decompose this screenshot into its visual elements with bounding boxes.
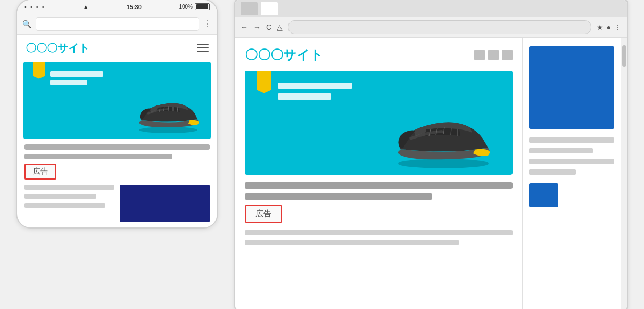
sidebar-small-blue [529, 183, 558, 207]
bookmark-tag-desktop [257, 71, 271, 93]
hamburger-menu[interactable] [197, 44, 209, 52]
battery-area: 100% [179, 3, 210, 10]
battery-percent: 100% [179, 4, 193, 10]
shoe-image-desktop [385, 87, 502, 172]
search-input[interactable] [36, 17, 199, 31]
ad-label-desktop: 広告 [245, 205, 282, 223]
sidebar-blue-block [529, 46, 614, 129]
ad-section-desktop: 広告 [245, 205, 513, 223]
toolbar-more-icon[interactable]: ⋮ [614, 23, 622, 31]
ad-section-mobile: 広告 [24, 164, 210, 180]
mini-line-3 [24, 203, 105, 208]
hamburger-line-2 [197, 47, 209, 48]
site-logo-desktop: 〇〇〇サイト [245, 46, 323, 63]
bottom-col-1 [245, 230, 513, 245]
desktop-frame: ← → C △ ★ ● ⋮ 〇〇〇サイト [234, 0, 628, 309]
svg-point-6 [398, 159, 489, 168]
scroll-thumb[interactable] [622, 45, 626, 67]
mini-line-2 [24, 194, 96, 199]
header-sq-3 [502, 50, 513, 60]
forward-button[interactable]: → [253, 23, 261, 31]
mobile-header: 〇〇〇サイト [17, 35, 217, 62]
mobile-status-bar: • • • • ▲ 15:30 100% [17, 0, 217, 14]
mobile-search-bar[interactable]: 🔍 ⋮ [17, 14, 217, 35]
mobile-body-content: 広告 [17, 139, 217, 227]
mobile-grid-col-2 [120, 185, 210, 222]
desktop-sidebar [522, 38, 621, 310]
window-tab-active[interactable] [261, 2, 278, 15]
sidebar-small-blocks [529, 183, 614, 207]
circle-icon: ● [607, 23, 611, 31]
desktop-body-lines [245, 182, 513, 200]
hero-line-2 [50, 80, 87, 85]
refresh-button[interactable]: C [266, 23, 271, 31]
content-line-d-2 [245, 193, 432, 200]
address-bar[interactable] [288, 20, 591, 34]
more-icon[interactable]: ⋮ [203, 19, 212, 29]
hero-line-1 [50, 71, 103, 77]
header-squares [474, 50, 513, 60]
desktop-main: 〇〇〇サイト [235, 38, 522, 310]
content-line-2 [24, 154, 172, 159]
wifi-icon: ▲ [82, 3, 89, 11]
svg-point-0 [139, 127, 197, 133]
bottom-line-2 [245, 240, 459, 245]
sidebar-line-4 [529, 169, 576, 175]
content-line-d-1 [245, 182, 513, 189]
hero-text-mobile [50, 71, 103, 85]
desktop-bottom-grid [245, 230, 513, 245]
hamburger-line-1 [197, 44, 209, 45]
hero-line-d-1 [278, 83, 352, 89]
bookmark-tag-mobile [33, 62, 45, 79]
mobile-grid-area [24, 185, 210, 222]
mobile-content: 〇〇〇サイト [17, 35, 217, 227]
toolbar-icons: ★ ● ⋮ [597, 23, 622, 31]
content-line-1 [24, 144, 210, 150]
main-container: • • • • ▲ 15:30 100% 🔍 ⋮ 〇〇〇サイト [5, 0, 639, 309]
header-sq-1 [474, 50, 485, 60]
shoe-image-mobile [131, 81, 205, 136]
mobile-grid-col-1 [24, 185, 114, 222]
desktop-toolbar: ← → C △ ★ ● ⋮ [235, 17, 627, 38]
desktop-titlebar [235, 0, 627, 17]
sidebar-line-2 [529, 148, 593, 153]
sidebar-line-1 [529, 137, 614, 143]
site-logo-mobile: 〇〇〇サイト [26, 41, 89, 55]
sidebar-line-3 [529, 159, 614, 164]
bottom-line-1 [245, 230, 513, 235]
battery-icon [195, 3, 210, 10]
header-sq-2 [488, 50, 499, 60]
desktop-content: 〇〇〇サイト [235, 38, 627, 310]
blue-block-mobile [120, 185, 210, 222]
ad-label-mobile: 広告 [24, 164, 56, 180]
desktop-header: 〇〇〇サイト [245, 46, 513, 63]
signal-dots: • • • • [24, 4, 45, 10]
home-button[interactable]: △ [277, 23, 283, 31]
time-display: 15:30 [127, 4, 142, 10]
search-icon: 🔍 [22, 20, 31, 28]
back-button[interactable]: ← [241, 23, 248, 31]
hero-banner-mobile [23, 62, 211, 139]
desktop-scrollbar[interactable] [621, 38, 627, 310]
bookmark-star-icon[interactable]: ★ [597, 23, 604, 31]
hero-text-desktop [278, 83, 352, 100]
window-tab-inactive[interactable] [241, 2, 258, 15]
mobile-frame: • • • • ▲ 15:30 100% 🔍 ⋮ 〇〇〇サイト [16, 0, 218, 229]
mini-line-1 [24, 185, 114, 190]
hero-line-d-2 [278, 93, 331, 100]
hero-banner-desktop [245, 71, 513, 175]
hamburger-line-3 [197, 51, 209, 52]
